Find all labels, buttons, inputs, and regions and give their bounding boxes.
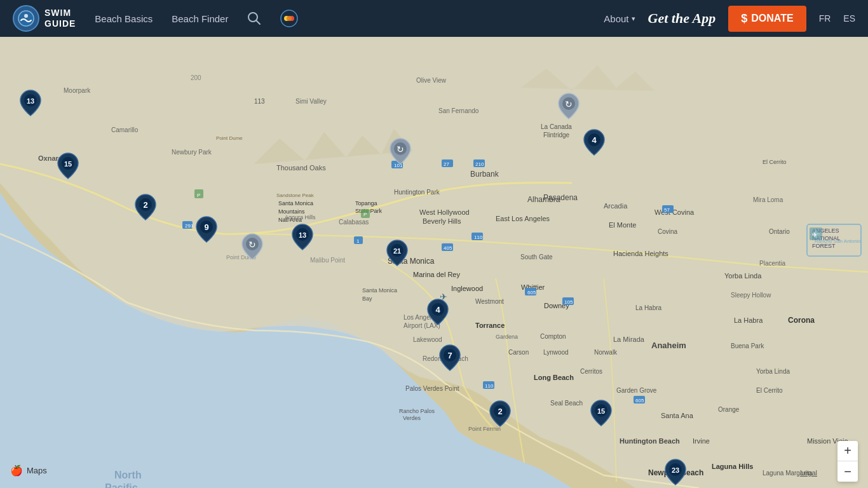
svg-text:Burbank: Burbank [470, 170, 499, 179]
svg-text:Huntington Beach: Huntington Beach [620, 437, 680, 445]
svg-text:Natl Area: Natl Area [278, 217, 302, 223]
svg-text:15: 15 [597, 407, 605, 415]
map-marker[interactable]: 2 [134, 193, 157, 224]
get-app-link[interactable]: Get the App [648, 10, 716, 27]
svg-text:Palos Verdes Point: Palos Verdes Point [405, 385, 459, 392]
svg-line-3 [256, 20, 260, 24]
map-marker[interactable]: ↻ [557, 92, 580, 123]
svg-text:13: 13 [299, 231, 306, 239]
svg-text:Point Dume: Point Dume [216, 135, 243, 141]
zoom-in-button[interactable]: + [837, 441, 858, 461]
about-dropdown[interactable]: About [604, 13, 635, 24]
map-marker[interactable]: ↻ [389, 137, 412, 168]
svg-text:9: 9 [204, 222, 208, 232]
svg-text:Mountains: Mountains [278, 208, 305, 215]
map-marker[interactable]: 13 [291, 223, 314, 254]
svg-text:105: 105 [564, 299, 573, 305]
map-marker[interactable]: 7 [438, 344, 461, 374]
svg-text:21: 21 [393, 247, 401, 255]
svg-text:Sleepy Hollow: Sleepy Hollow [731, 292, 771, 299]
donate-label: DONATE [751, 13, 793, 24]
svg-text:Topanga: Topanga [355, 200, 377, 207]
svg-text:North: North [114, 470, 142, 480]
lang-es-button[interactable]: ES [843, 13, 855, 24]
map-marker[interactable]: 23 [664, 458, 687, 488]
search-icon[interactable] [247, 11, 261, 25]
info-icon[interactable] [280, 10, 298, 27]
svg-text:13: 13 [27, 97, 34, 105]
svg-text:El Cerrito: El Cerrito [756, 387, 783, 394]
map-marker[interactable]: 13 [19, 89, 42, 119]
svg-text:Lakewood: Lakewood [413, 336, 442, 343]
svg-text:Yorba Linda: Yorba Linda [724, 272, 762, 280]
svg-text:↻: ↻ [248, 240, 256, 250]
svg-text:Calabasas: Calabasas [339, 219, 369, 226]
logo[interactable]: SWIM GUIDE [13, 5, 76, 32]
svg-text:Ontario: Ontario [769, 228, 790, 235]
svg-text:↻: ↻ [397, 144, 404, 154]
svg-text:Mira Loma: Mira Loma [753, 196, 783, 203]
svg-text:7: 7 [447, 351, 452, 360]
svg-text:Yorba Linda: Yorba Linda [756, 368, 790, 375]
svg-text:✈: ✈ [812, 231, 817, 238]
svg-text:Irvine: Irvine [693, 437, 710, 445]
maps-label: Maps [27, 466, 47, 475]
svg-text:West Covina: West Covina [654, 208, 695, 216]
legal-link[interactable]: Legal [800, 469, 817, 477]
map-marker[interactable]: 4 [426, 298, 449, 329]
svg-text:Sandstone Peak: Sandstone Peak [276, 193, 315, 198]
svg-text:Hacienda Heights: Hacienda Heights [613, 250, 668, 257]
beach-finder-link[interactable]: Beach Finder [172, 13, 228, 24]
map-marker[interactable]: ↻ [241, 233, 264, 263]
map-marker[interactable]: 15 [590, 399, 613, 430]
svg-text:27: 27 [444, 161, 449, 167]
map-marker[interactable]: 21 [386, 239, 409, 269]
map-marker[interactable]: 15 [57, 152, 79, 182]
svg-text:Carson: Carson [508, 349, 529, 356]
svg-text:La Canada: La Canada [541, 123, 572, 130]
svg-text:West Hollywood: West Hollywood [419, 208, 470, 216]
zoom-controls: + − [837, 441, 858, 482]
svg-text:La Mirada: La Mirada [613, 336, 645, 343]
svg-text:110: 110 [474, 234, 483, 240]
svg-text:2: 2 [143, 200, 147, 210]
svg-text:Simi Valley: Simi Valley [295, 98, 327, 105]
svg-text:Corona: Corona [788, 316, 815, 325]
svg-text:Camarillo: Camarillo [111, 126, 139, 133]
svg-text:Rancho Palos: Rancho Palos [399, 408, 435, 414]
map-marker[interactable]: 9 [195, 215, 218, 246]
svg-text:605: 605 [635, 398, 644, 403]
svg-point-1 [24, 14, 28, 18]
map-container[interactable]: Simi Valley Thousand Oaks Burbank Pasade… [0, 37, 868, 488]
beach-basics-link[interactable]: Beach Basics [95, 13, 153, 24]
donate-button[interactable]: $ DONATE [728, 6, 806, 32]
svg-text:113: 113 [254, 98, 265, 105]
svg-text:↻: ↻ [565, 99, 573, 109]
svg-text:South Gate: South Gate [520, 254, 553, 261]
svg-text:200: 200 [191, 74, 201, 81]
zoom-out-button[interactable]: − [837, 461, 858, 482]
map-marker[interactable]: 4 [583, 128, 606, 159]
svg-text:23: 23 [672, 466, 679, 474]
svg-text:605: 605 [527, 290, 536, 295]
svg-text:Newbury Park: Newbury Park [172, 149, 212, 156]
svg-point-0 [18, 11, 34, 26]
svg-text:San Fernando: San Fernando [438, 107, 479, 114]
logo-text: SWIM GUIDE [44, 8, 76, 29]
svg-text:Alhambra: Alhambra [527, 195, 560, 204]
map-marker[interactable]: 2 [489, 400, 512, 430]
svg-text:Cerritos: Cerritos [580, 368, 602, 375]
lang-fr-button[interactable]: FR [819, 13, 831, 24]
svg-text:Laguna Hills: Laguna Hills [712, 463, 753, 470]
svg-text:Flintridge: Flintridge [543, 132, 570, 139]
svg-text:Long Beach: Long Beach [534, 374, 574, 381]
svg-text:291: 291 [185, 223, 194, 229]
svg-text:Seal Beach: Seal Beach [550, 400, 583, 407]
svg-text:Anaheim: Anaheim [651, 341, 686, 350]
svg-text:Compton: Compton [540, 333, 566, 340]
svg-point-7 [287, 16, 292, 21]
logo-icon [13, 5, 39, 32]
navbar: SWIM GUIDE Beach Basics Beach Finder Abo… [0, 0, 868, 37]
svg-text:Santa Monica: Santa Monica [362, 287, 397, 294]
svg-text:1: 1 [356, 238, 360, 244]
